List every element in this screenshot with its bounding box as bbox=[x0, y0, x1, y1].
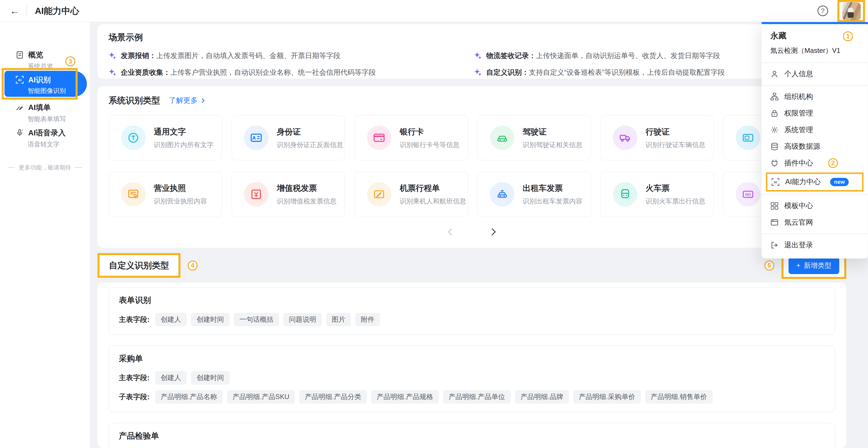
custom-card-product-inspection[interactable]: 产品检验单 对产品进行质检，填写每项的质检结果，其中打勾为是，打叉为否 bbox=[108, 423, 835, 448]
field-chip: 附件 bbox=[355, 313, 380, 326]
top-bar: ← AI能力中心 ? bbox=[0, 0, 868, 22]
divider bbox=[27, 5, 27, 16]
menu-item-organization[interactable]: 组织机构 bbox=[762, 89, 868, 105]
learn-more-link[interactable]: 了解更多 bbox=[169, 96, 204, 105]
sidebar: 概览 系统总览 AI AI识别 智能图像识别 3 AI填单 智能表单填写 AI语… bbox=[0, 22, 90, 448]
field-chip: 产品明细.采购单价 bbox=[574, 390, 641, 404]
org-chart-icon bbox=[770, 93, 779, 101]
card-driver-license[interactable]: 驾驶证识别驾驶证相关信息 bbox=[477, 115, 591, 161]
menu-item-official-site[interactable]: 氚云官网 bbox=[762, 214, 868, 231]
sidebar-item-sublabel: 语音转文字 bbox=[0, 140, 90, 149]
custom-types-panel: 表单识别 主表字段: 创建人 创建时间 一句话概括 问题说明 图片 附件 采购单… bbox=[97, 283, 846, 448]
field-chip: 产品明细.产品SKU bbox=[227, 390, 295, 404]
main-content: 场景示例 发票报销：上传发票图片，自动填入发票号码、金额、开票日期等字段 物流签… bbox=[90, 22, 868, 448]
menu-item-plugin-center[interactable]: 插件中心 2 bbox=[762, 155, 868, 171]
field-chip: 创建时间 bbox=[191, 371, 229, 385]
field-chip: 创建时间 bbox=[191, 313, 229, 326]
menu-item-profile[interactable]: 个人信息 bbox=[762, 66, 868, 82]
car-icon bbox=[496, 132, 508, 144]
menu-item-ai-capability-center[interactable]: AI AI能力中心 new bbox=[767, 174, 862, 189]
system-cards-row-1: 通用文字识别图片内所有文字 身份证识别身份证正反面信息 银行卡识别银行卡号等信息… bbox=[108, 115, 835, 161]
bankcard-icon bbox=[373, 132, 385, 144]
scenario-panel: 场景示例 发票报销：上传发票图片，自动填入发票号码、金额、开票日期等字段 物流签… bbox=[97, 24, 846, 78]
card-taxi-invoice[interactable]: 出租车发票识别出租车发票内容 bbox=[477, 172, 591, 217]
main-fields-label: 主表字段: bbox=[119, 373, 150, 383]
invoice-icon bbox=[250, 188, 262, 201]
card-train-ticket[interactable]: 火车票识别火车票出行信息 bbox=[600, 172, 714, 217]
card-flight-itinerary[interactable]: 机票行程单识别乘机人和航班信息 bbox=[354, 172, 468, 217]
help-icon[interactable]: ? bbox=[817, 6, 828, 16]
field-chip: 产品明细.销售单价 bbox=[645, 390, 713, 404]
page-title: AI能力中心 bbox=[35, 5, 79, 17]
scenario-item: 发票报销：上传发票图片，自动填入发票号码、金额、开票日期等字段 bbox=[108, 51, 474, 61]
carousel-prev-button[interactable] bbox=[445, 226, 458, 238]
avatar[interactable] bbox=[842, 2, 861, 21]
sparkle-icon bbox=[474, 68, 482, 76]
svg-text:AI: AI bbox=[18, 78, 21, 82]
sidebar-item-label: AI识别 bbox=[28, 75, 51, 85]
new-badge: new bbox=[830, 178, 849, 186]
sidebar-item-ai-form[interactable]: AI填单 智能表单填写 bbox=[0, 102, 90, 123]
menu-item-logout[interactable]: 退出登录 bbox=[762, 237, 868, 253]
custom-section-title: 自定义识别类型 bbox=[99, 255, 179, 276]
menu-item-system-management[interactable]: 系统管理 bbox=[762, 122, 868, 138]
card-general-text[interactable]: 通用文字识别图片内所有文字 bbox=[108, 115, 222, 161]
user-menu-dropdown: 1 永藏 氚云检测（Master）V1 个人信息 组织机构 权限管理 系统管理 … bbox=[762, 22, 868, 258]
lock-icon bbox=[770, 109, 779, 117]
back-icon[interactable]: ← bbox=[10, 5, 20, 16]
system-recognition-panel: 系统识别类型 了解更多 通用文字识别图片内所有文字 身份证识别身份证正反面信息 … bbox=[97, 86, 846, 248]
sparkle-icon bbox=[474, 52, 482, 60]
sidebar-footer-text: 更多功能，敬请期待 bbox=[19, 164, 71, 172]
ticket-icon bbox=[742, 132, 754, 144]
sidebar-footer: 更多功能，敬请期待 bbox=[0, 164, 90, 172]
sidebar-item-ai-recognition[interactable]: AI AI识别 智能图像识别 bbox=[4, 71, 87, 97]
annotation-number-2: 2 bbox=[828, 158, 838, 168]
carousel-next-button[interactable] bbox=[486, 226, 498, 238]
card-vehicle-license[interactable]: 行驶证识别行驶证车辆信息 bbox=[600, 115, 714, 161]
field-chip: 图片 bbox=[326, 313, 351, 326]
field-chip: 产品明细.产品分类 bbox=[299, 390, 367, 404]
doc-icon bbox=[16, 51, 24, 59]
card-bank-card[interactable]: 银行卡识别银行卡号等信息 bbox=[354, 115, 468, 161]
form-pen-icon bbox=[16, 103, 24, 112]
chevron-right-icon bbox=[200, 98, 205, 103]
custom-card-form-recognition[interactable]: 表单识别 主表字段: 创建人 创建时间 一句话概括 问题说明 图片 附件 bbox=[108, 287, 835, 335]
sub-fields-label: 子表字段: bbox=[119, 392, 150, 402]
field-chip: 问题说明 bbox=[283, 313, 321, 326]
custom-section-header: 自定义识别类型 4 5 +新增类型 bbox=[97, 255, 846, 276]
field-chip: 创建人 bbox=[155, 371, 187, 385]
sidebar-item-overview[interactable]: 概览 系统总览 bbox=[0, 50, 90, 71]
text-icon bbox=[127, 132, 140, 144]
idcard-icon bbox=[250, 132, 262, 144]
system-section-title: 系统识别类型 bbox=[108, 95, 160, 106]
divider bbox=[762, 63, 868, 63]
browser-icon bbox=[770, 218, 779, 227]
card-vat-invoice[interactable]: 增值税发票识别增值税发票信息 bbox=[231, 172, 345, 217]
sparkle-icon bbox=[108, 68, 116, 76]
menu-item-advanced-datasource[interactable]: 高级数据源 bbox=[762, 138, 868, 154]
annotation-number-5: 5 bbox=[765, 261, 774, 271]
sidebar-item-label: AI填单 bbox=[28, 102, 51, 112]
field-chip: 产品明细.产品单位 bbox=[443, 390, 510, 404]
menu-item-template-center[interactable]: 模板中心 bbox=[762, 198, 868, 214]
card-business-license[interactable]: 营业执照识别营业执照内容 bbox=[108, 172, 222, 217]
chevron-left-icon bbox=[448, 228, 455, 235]
train-icon bbox=[619, 188, 631, 201]
add-type-button[interactable]: +新增类型 bbox=[788, 257, 839, 274]
svg-text:AI: AI bbox=[774, 180, 777, 184]
svg-text:NO: NO bbox=[745, 192, 751, 196]
custom-card-purchase-order[interactable]: 采购单 主表字段: 创建人 创建时间 子表字段: 产品明细.产品名称 产品明细.… bbox=[108, 345, 835, 412]
sidebar-item-ai-voice[interactable]: AI语音录入 语音转文字 bbox=[0, 128, 90, 149]
gear-icon bbox=[770, 126, 779, 134]
main-fields-label: 主表字段: bbox=[119, 315, 150, 324]
menu-item-permissions[interactable]: 权限管理 bbox=[762, 105, 868, 122]
divider bbox=[762, 85, 868, 86]
annotation-box-custom-title: 自定义识别类型 bbox=[97, 253, 181, 278]
system-cards-row-2: 营业执照识别营业执照内容 增值税发票识别增值税发票信息 机票行程单识别乘机人和航… bbox=[108, 172, 835, 217]
flight-ticket-icon bbox=[373, 188, 385, 201]
annotation-number-4: 4 bbox=[188, 261, 198, 271]
certificate-icon bbox=[127, 188, 140, 201]
plate-no-icon: NO bbox=[742, 188, 754, 201]
truck-icon bbox=[619, 132, 631, 144]
card-id-card[interactable]: 身份证识别身份证正反面信息 bbox=[231, 115, 345, 161]
